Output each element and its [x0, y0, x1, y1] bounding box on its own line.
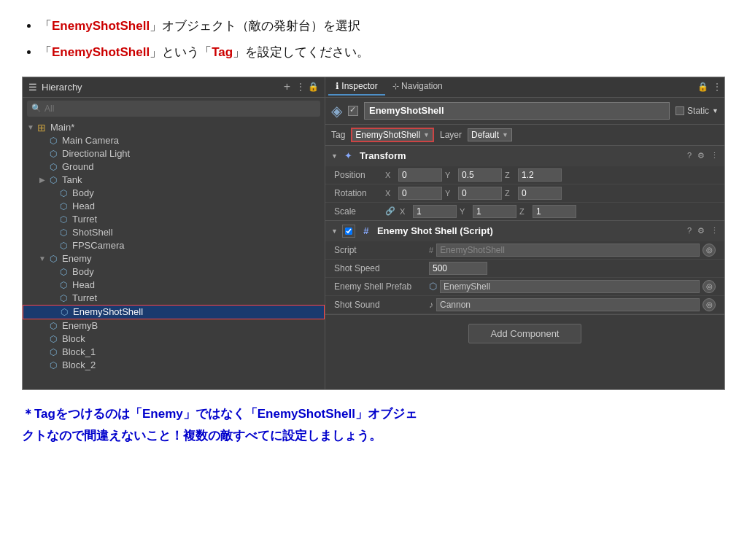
cube-icon: ⬡: [47, 135, 59, 147]
enemy-shell-prefab-input[interactable]: [440, 280, 700, 293]
list-item[interactable]: ⬡ Main Camera: [23, 134, 325, 147]
cube-icon: ⬡: [58, 306, 70, 318]
shot-speed-input[interactable]: [429, 262, 487, 275]
scale-y-input[interactable]: [473, 205, 516, 218]
script-menu-button[interactable]: ⋮: [711, 226, 719, 236]
list-item[interactable]: ⊞ Main*: [23, 121, 325, 134]
shot-speed-label: Shot Speed: [334, 263, 429, 273]
list-item[interactable]: ⬡ FPSCamera: [23, 239, 325, 252]
rotation-z-input[interactable]: [518, 187, 562, 200]
hierarchy-item-label: Turret: [72, 214, 97, 225]
tag-dropdown[interactable]: EnemyShotShell ▼: [351, 128, 434, 142]
hierarchy-item-label: Block: [62, 333, 85, 344]
script-select-button[interactable]: ◎: [703, 244, 716, 257]
y-axis-label: Y: [445, 189, 455, 198]
inspector-lock-button[interactable]: 🔒: [697, 82, 708, 92]
instruction-line-2: 「EnemyShotShell」という「Tag」を設定してください。: [39, 41, 725, 64]
rotation-row: Rotation X Y Z: [325, 184, 724, 203]
cube-icon: ⬡: [47, 161, 59, 173]
rotation-x-input[interactable]: [398, 187, 442, 200]
inspector-options-button[interactable]: ⋮: [713, 82, 721, 92]
tab-inspector[interactable]: ℹ Inspector: [328, 78, 385, 96]
hierarchy-add-button[interactable]: +: [281, 80, 293, 93]
position-label: Position: [334, 170, 385, 180]
list-item[interactable]: ⬡ EnemyB: [23, 319, 325, 332]
script-name-input[interactable]: [436, 244, 700, 257]
tab-navigation[interactable]: ⊹ Navigation: [385, 78, 450, 96]
hierarchy-item-label: Ground: [62, 161, 93, 172]
list-item[interactable]: ⬡ Block_1: [23, 346, 325, 359]
list-item[interactable]: ⬡ Enemy: [23, 252, 325, 265]
position-row: Position X Y Z: [325, 166, 724, 184]
enemy-shell-prefab-select-button[interactable]: ◎: [703, 280, 716, 293]
cube-icon: ⬡: [47, 148, 59, 160]
rotation-y-input[interactable]: [458, 187, 502, 200]
list-item-enemy-shot-shell[interactable]: ⬡ EnemyShotShell: [23, 305, 325, 319]
hierarchy-item-label: EnemyB: [62, 320, 98, 331]
transform-header[interactable]: ▼ ✦ Transform ? ⚙ ⋮: [325, 146, 724, 166]
y-axis-label: Y: [445, 171, 455, 179]
hierarchy-item-label: Directional Light: [62, 148, 130, 159]
transform-arrow: ▼: [331, 152, 338, 160]
script-settings-button[interactable]: ⚙: [697, 226, 705, 236]
script-enabled-checkbox[interactable]: [345, 228, 352, 235]
add-component-button[interactable]: Add Component: [468, 324, 582, 343]
z-axis-label: Z: [505, 189, 515, 198]
list-item[interactable]: ⬡ Head: [23, 200, 325, 213]
cube-icon: ⬡: [58, 266, 69, 278]
script-arrow: ▼: [331, 228, 338, 235]
list-item[interactable]: ⬡ Block_2: [23, 359, 325, 372]
transform-help-button[interactable]: ?: [687, 151, 692, 160]
script-ref-row: Script # ◎: [325, 241, 724, 260]
cube-icon: ⬡: [58, 292, 69, 304]
script-help-button[interactable]: ?: [687, 226, 692, 236]
search-icon: 🔍: [31, 104, 42, 113]
position-y-input[interactable]: [458, 168, 502, 182]
shot-sound-select-button[interactable]: ◎: [703, 298, 716, 311]
transform-menu-button[interactable]: ⋮: [711, 151, 719, 160]
static-dropdown-arrow[interactable]: ▼: [712, 107, 719, 114]
x-axis-label: X: [400, 207, 410, 216]
position-z-input[interactable]: [518, 168, 562, 182]
top-instructions: 「EnemyShotShell」オブジェクト（敵の発射台）を選択 「EnemyS…: [22, 15, 725, 65]
shot-sound-input[interactable]: [436, 298, 700, 311]
object-name-input[interactable]: [364, 102, 670, 120]
scale-z-input[interactable]: [533, 205, 576, 218]
hierarchy-options-button[interactable]: ⋮: [296, 82, 305, 92]
hierarchy-item-label: Block_1: [62, 346, 96, 357]
list-item[interactable]: ⬡ Head: [23, 279, 325, 292]
list-item[interactable]: ⬡ Ground: [23, 160, 325, 174]
navigation-icon: ⊹: [392, 82, 399, 90]
list-item[interactable]: ⬡ Body: [23, 187, 325, 200]
script-component: ▼ # Enemy Shot Shell (Script) ? ⚙ ⋮ Scri…: [325, 221, 724, 315]
add-component-area: Add Component: [325, 315, 724, 352]
hierarchy-title: Hierarchy: [42, 82, 82, 93]
position-x-input[interactable]: [398, 168, 442, 182]
hierarchy-search-bar: 🔍: [27, 101, 320, 117]
hierarchy-search-input[interactable]: [44, 104, 316, 114]
list-item[interactable]: ⬡ ShotShell: [23, 226, 325, 239]
list-item[interactable]: ⬡ Block: [23, 332, 325, 346]
static-checkbox[interactable]: [676, 106, 684, 115]
list-item[interactable]: ⬡ Tank: [23, 174, 325, 187]
hierarchy-item-label: ShotShell: [72, 227, 113, 238]
list-item[interactable]: ⬡ Turret: [23, 213, 325, 226]
list-item[interactable]: ⬡ Turret: [23, 292, 325, 305]
scale-x-input[interactable]: [413, 205, 457, 218]
hierarchy-lock-button[interactable]: 🔒: [308, 82, 319, 92]
hierarchy-item-label: Enemy: [62, 253, 91, 264]
cube-icon: ⬡: [58, 214, 69, 225]
transform-icon: ✦: [342, 149, 355, 163]
list-item[interactable]: ⬡ Body: [23, 265, 325, 279]
rotation-label: Rotation: [334, 188, 385, 198]
script-header[interactable]: ▼ # Enemy Shot Shell (Script) ? ⚙ ⋮: [325, 221, 724, 241]
cube-icon: ⬡: [47, 253, 59, 265]
object-active-checkbox[interactable]: [348, 106, 358, 116]
x-axis-label: X: [385, 171, 395, 179]
list-item[interactable]: ⬡ Directional Light: [23, 147, 325, 160]
layer-dropdown[interactable]: Default ▼: [468, 128, 512, 141]
shot-speed-row: Shot Speed: [325, 260, 724, 278]
scale-label: Scale: [334, 206, 385, 217]
transform-settings-button[interactable]: ⚙: [697, 151, 705, 160]
layer-label: Layer: [440, 130, 462, 140]
